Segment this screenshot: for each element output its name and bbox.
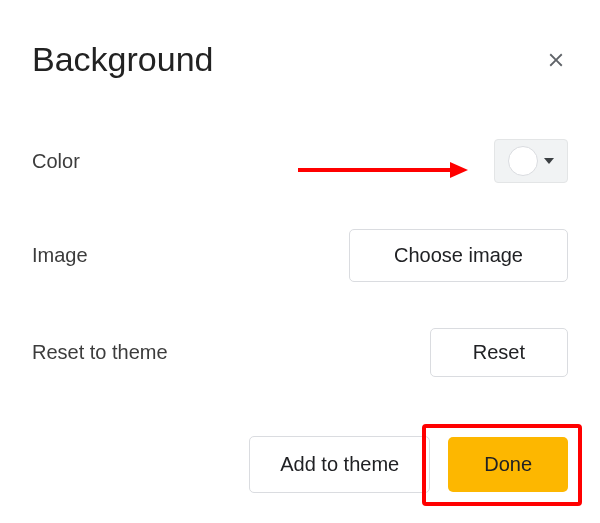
close-button[interactable] [544, 48, 568, 72]
dialog-title: Background [32, 40, 213, 79]
choose-image-button[interactable]: Choose image [349, 229, 568, 282]
close-icon [545, 49, 567, 71]
color-swatch [508, 146, 538, 176]
image-row: Image Choose image [32, 229, 568, 282]
dialog-header: Background [32, 40, 568, 79]
add-to-theme-button[interactable]: Add to theme [249, 436, 430, 493]
color-row: Color [32, 139, 568, 183]
done-button[interactable]: Done [448, 437, 568, 492]
color-label: Color [32, 150, 80, 173]
reset-row: Reset to theme Reset [32, 328, 568, 377]
reset-button[interactable]: Reset [430, 328, 568, 377]
background-dialog: Background Color Image Choose image Rese… [0, 0, 600, 523]
dialog-footer: Add to theme Done [249, 436, 568, 493]
image-label: Image [32, 244, 88, 267]
color-picker-button[interactable] [494, 139, 568, 183]
chevron-down-icon [544, 158, 554, 164]
reset-label: Reset to theme [32, 341, 168, 364]
